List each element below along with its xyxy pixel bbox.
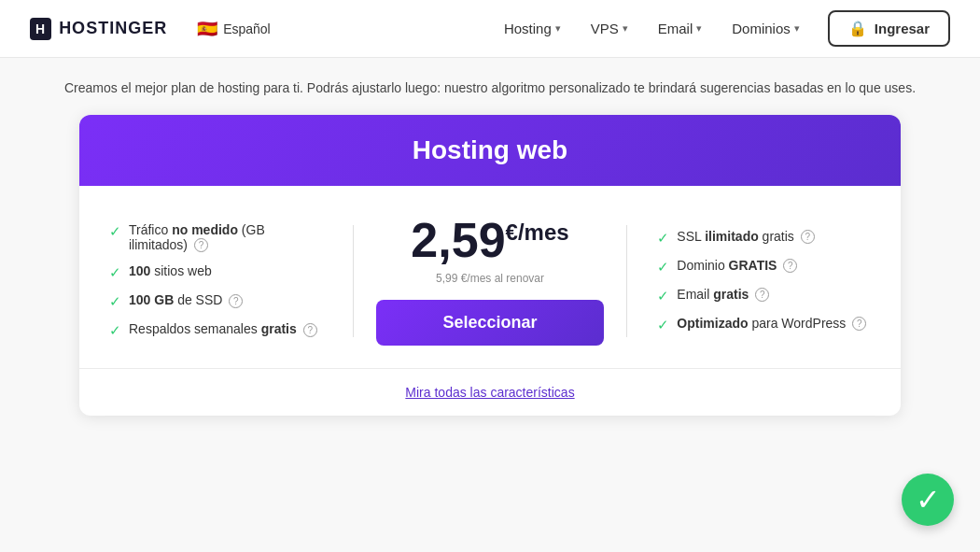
info-icon[interactable]: ?: [194, 238, 208, 252]
info-icon[interactable]: ?: [783, 259, 797, 273]
lang-label: Español: [223, 21, 271, 36]
card-wrapper: Hosting web ✓ Tráfico no medido (GB ilim…: [0, 115, 980, 416]
card-header: Hosting web: [79, 115, 901, 186]
chevron-down-icon: ▾: [794, 22, 800, 35]
language-selector[interactable]: 🇪🇸 Español: [197, 19, 271, 39]
info-icon[interactable]: ?: [229, 294, 243, 308]
subtitle-area: Creamos el mejor plan de hosting para ti…: [0, 58, 980, 115]
check-icon: ✓: [657, 317, 669, 333]
feature-email-text: Email gratis ?: [677, 287, 769, 303]
check-icon: ✓: [657, 259, 669, 276]
select-button[interactable]: Seleccionar: [376, 300, 605, 346]
ingresar-button[interactable]: 🔒 Ingresar: [828, 10, 950, 47]
check-icon: ✓: [109, 322, 121, 339]
feature-wordpress: ✓ Optimizado para WordPress ?: [657, 316, 871, 333]
feature-ssd-text: 100 GB de SSD ?: [129, 292, 243, 308]
navbar: H HOSTINGER 🇪🇸 Español Hosting ▾ VPS ▾ E…: [0, 0, 980, 58]
chevron-down-icon: ▾: [696, 22, 702, 35]
price-decimal: €/mes: [506, 221, 569, 244]
check-icon: ✓: [109, 264, 121, 281]
nav-item-hosting[interactable]: Hosting ▾: [491, 13, 574, 44]
ingresar-label: Ingresar: [875, 21, 930, 36]
nav-email-label: Email: [658, 21, 693, 36]
feature-traffic-text: Tráfico no medido (GB ilimitados) ?: [129, 222, 323, 253]
fab-check-icon: ✓: [916, 485, 941, 515]
nav-vps-label: VPS: [591, 21, 619, 36]
info-icon[interactable]: ?: [801, 230, 815, 244]
feature-sites-text: 100 sitios web: [129, 263, 212, 278]
feature-domain-text: Dominio GRATIS ?: [677, 258, 797, 274]
price-column: 2,59 €/mes 5,99 €/mes al renovar Selecci…: [354, 216, 627, 346]
feature-ssl-text: SSL ilimitado gratis ?: [677, 229, 814, 245]
features-left: ✓ Tráfico no medido (GB ilimitados) ? ✓ …: [79, 222, 353, 340]
flag-icon: 🇪🇸: [197, 19, 217, 39]
see-all-features-link[interactable]: Mira todas las características: [405, 385, 574, 400]
check-icon: ✓: [109, 223, 121, 240]
card-footer: Mira todas las características: [79, 368, 901, 416]
logo[interactable]: H HOSTINGER: [30, 18, 167, 40]
logo-text: HOSTINGER: [59, 19, 167, 38]
feature-sites: ✓ 100 sitios web: [109, 263, 323, 281]
features-right: ✓ SSL ilimitado gratis ? ✓ Dominio GRATI…: [627, 229, 901, 333]
check-icon: ✓: [657, 288, 669, 304]
feature-domain: ✓ Dominio GRATIS ?: [657, 258, 871, 276]
feature-backups: ✓ Respaldos semanales gratis ?: [109, 321, 323, 339]
check-icon: ✓: [657, 230, 669, 247]
fab-button[interactable]: ✓: [902, 474, 954, 526]
chevron-down-icon: ▾: [623, 22, 628, 35]
chevron-down-icon: ▾: [555, 22, 561, 35]
feature-wordpress-text: Optimizado para WordPress ?: [677, 316, 866, 332]
feature-email: ✓ Email gratis ?: [657, 287, 871, 304]
price-integer: 2,59: [411, 216, 505, 264]
hosting-card: Hosting web ✓ Tráfico no medido (GB ilim…: [79, 115, 901, 416]
nav-item-email[interactable]: Email ▾: [645, 13, 716, 44]
nav-item-vps[interactable]: VPS ▾: [578, 13, 641, 44]
feature-backups-text: Respaldos semanales gratis ?: [129, 321, 317, 337]
feature-ssd: ✓ 100 GB de SSD ?: [109, 292, 323, 310]
info-icon[interactable]: ?: [303, 323, 317, 337]
info-icon[interactable]: ?: [852, 317, 866, 331]
info-icon[interactable]: ?: [755, 288, 769, 302]
lock-icon: 🔒: [848, 20, 867, 37]
feature-traffic: ✓ Tráfico no medido (GB ilimitados) ?: [109, 222, 323, 253]
price-renewal: 5,99 €/mes al renovar: [436, 272, 544, 285]
feature-ssl: ✓ SSL ilimitado gratis ?: [657, 229, 871, 247]
subtitle-text: Creamos el mejor plan de hosting para ti…: [64, 80, 916, 95]
nav-item-dominios[interactable]: Dominios ▾: [719, 13, 813, 44]
nav-links: Hosting ▾ VPS ▾ Email ▾ Dominios ▾ 🔒 Ing…: [491, 10, 950, 47]
nav-hosting-label: Hosting: [504, 21, 552, 36]
logo-icon: H: [30, 18, 51, 40]
card-body: ✓ Tráfico no medido (GB ilimitados) ? ✓ …: [79, 186, 901, 368]
price-display: 2,59 €/mes: [411, 216, 568, 264]
nav-dominios-label: Dominios: [732, 21, 791, 36]
card-header-title: Hosting web: [413, 135, 567, 164]
check-icon: ✓: [109, 293, 121, 310]
